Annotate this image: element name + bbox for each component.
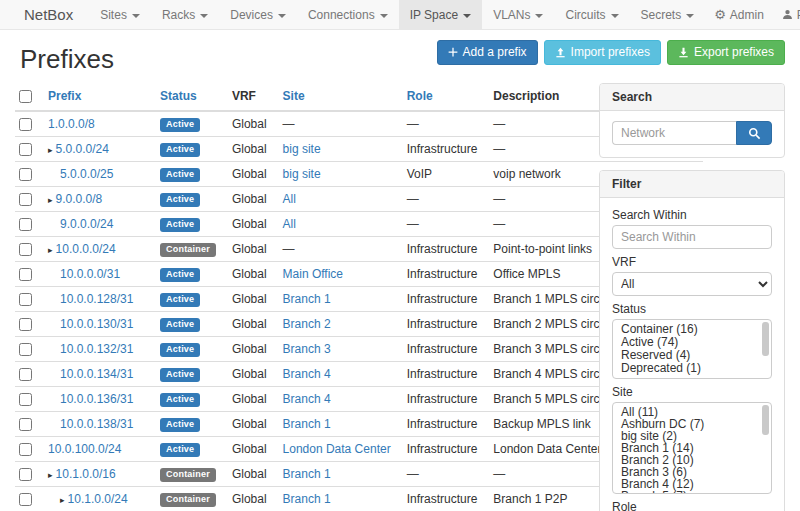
prefix-link[interactable]: 5.0.0.0/25 [60, 167, 113, 181]
prefix-link[interactable]: 10.0.0.136/31 [60, 392, 133, 406]
row-checkbox[interactable] [19, 368, 32, 381]
prefix-link[interactable]: 10.0.100.0/24 [48, 442, 121, 456]
status-badge: Active [160, 318, 200, 332]
vrf-select[interactable]: All [612, 272, 772, 296]
prefix-link[interactable]: 10.0.0.0/31 [60, 267, 120, 281]
site-value: — [283, 242, 295, 256]
column-header-site[interactable]: Site [275, 83, 399, 111]
add-prefix-button[interactable]: Add a prefix [437, 40, 538, 65]
site-link[interactable]: Branch 4 [283, 367, 331, 381]
row-checkbox[interactable] [19, 393, 32, 406]
brand-logo[interactable]: NetBox [24, 0, 73, 29]
filter-panel: Filter Search Within VRF All Status Cont… [599, 170, 785, 511]
site-link[interactable]: All [283, 192, 296, 206]
status-badge: Active [160, 418, 200, 432]
scrollbar-thumb[interactable] [762, 405, 769, 435]
site-link[interactable]: Branch 4 [283, 392, 331, 406]
nav-item-ip-space[interactable]: IP Space [399, 0, 482, 29]
nav-item-vlans[interactable]: VLANs [482, 0, 554, 29]
description-value: Branch 4 MPLS circuit [493, 367, 612, 381]
prefix-link[interactable]: 10.1.0.0/24 [68, 492, 128, 506]
column-header-prefix[interactable]: Prefix [40, 83, 152, 111]
admin-label: Admin [730, 8, 764, 22]
site-link[interactable]: Branch 3 [283, 342, 331, 356]
status-badge: Container [160, 243, 216, 257]
search-panel-title: Search [600, 84, 784, 111]
filter-option[interactable]: Deprecated (1) [613, 362, 771, 375]
caret-down-icon [686, 14, 694, 18]
search-within-input[interactable] [612, 225, 772, 249]
vrf-value: Global [232, 117, 267, 131]
site-link[interactable]: Branch 1 [283, 467, 331, 481]
site-link[interactable]: Main Office [283, 267, 343, 281]
prefix-link[interactable]: 9.0.0.0/24 [60, 217, 113, 231]
tree-indent [48, 302, 60, 303]
row-checkbox[interactable] [19, 193, 32, 206]
vrf-value: Global [232, 317, 267, 331]
row-checkbox[interactable] [19, 293, 32, 306]
status-filter-listbox[interactable]: Container (16)Active (74)Reserved (4)Dep… [612, 319, 772, 379]
search-button[interactable] [736, 121, 772, 145]
column-header-role[interactable]: Role [399, 83, 486, 111]
site-link[interactable]: Branch 1 [283, 492, 331, 506]
site-filter-listbox[interactable]: All (11)Ashburn DC (7)big site (2)Branch… [612, 402, 772, 494]
site-link[interactable]: All [283, 217, 296, 231]
prefix-link[interactable]: 10.0.0.130/31 [60, 317, 133, 331]
status-badge: Active [160, 393, 200, 407]
row-checkbox[interactable] [19, 493, 32, 506]
nav-item-connections[interactable]: Connections [297, 0, 399, 29]
scrollbar-thumb[interactable] [762, 322, 769, 356]
vrf-value: Global [232, 267, 267, 281]
row-checkbox[interactable] [19, 268, 32, 281]
row-checkbox[interactable] [19, 143, 32, 156]
nav-item-devices[interactable]: Devices [219, 0, 297, 29]
row-checkbox[interactable] [19, 118, 32, 131]
prefix-link[interactable]: 10.1.0.0/16 [56, 467, 116, 481]
row-checkbox[interactable] [19, 243, 32, 256]
user-icon [782, 9, 793, 20]
prefix-link[interactable]: 5.0.0.0/24 [56, 142, 109, 156]
nav-item-circuits[interactable]: Circuits [554, 0, 629, 29]
site-link[interactable]: London Data Center [283, 442, 391, 456]
status-badge: Active [160, 443, 200, 457]
column-header-status[interactable]: Status [152, 83, 224, 111]
row-checkbox[interactable] [19, 443, 32, 456]
nav-item-sites[interactable]: Sites [89, 0, 151, 29]
prefix-link[interactable]: 9.0.0.0/8 [56, 192, 103, 206]
site-link[interactable]: big site [283, 167, 321, 181]
caret-down-icon [278, 14, 286, 18]
description-value: Branch 3 MPLS circuit [493, 342, 612, 356]
caret-down-icon [535, 14, 543, 18]
site-link[interactable]: Branch 1 [283, 292, 331, 306]
site-link[interactable]: Branch 1 [283, 417, 331, 431]
nav-item-racks[interactable]: Racks [151, 0, 219, 29]
site-link[interactable]: big site [283, 142, 321, 156]
row-checkbox[interactable] [19, 168, 32, 181]
nav-item-profile[interactable]: Profile [773, 0, 800, 29]
import-prefixes-button[interactable]: Import prefixes [544, 40, 661, 65]
vrf-value: Global [232, 192, 267, 206]
row-checkbox[interactable] [19, 318, 32, 331]
vrf-value: Global [232, 367, 267, 381]
status-badge: Active [160, 218, 200, 232]
prefix-link[interactable]: 10.0.0.132/31 [60, 342, 133, 356]
prefix-link[interactable]: 10.0.0.138/31 [60, 417, 133, 431]
nav-right: ⚙ Admin Profile Log out [705, 0, 800, 29]
row-checkbox[interactable] [19, 343, 32, 356]
vrf-value: Global [232, 442, 267, 456]
prefix-link[interactable]: 10.0.0.128/31 [60, 292, 133, 306]
prefix-link[interactable]: 10.0.0.134/31 [60, 367, 133, 381]
prefix-link[interactable]: 10.0.0.0/24 [56, 242, 116, 256]
prefix-link[interactable]: 1.0.0.0/8 [48, 117, 95, 131]
row-checkbox[interactable] [19, 218, 32, 231]
nav-item-admin[interactable]: ⚙ Admin [705, 0, 773, 29]
nav-item-secrets[interactable]: Secrets [630, 0, 706, 29]
select-all-checkbox[interactable] [19, 90, 32, 103]
row-checkbox[interactable] [19, 418, 32, 431]
tree-indent [48, 177, 60, 178]
search-input[interactable] [612, 121, 736, 145]
row-checkbox[interactable] [19, 468, 32, 481]
export-prefixes-button[interactable]: Export prefixes [667, 40, 785, 65]
site-link[interactable]: Branch 2 [283, 317, 331, 331]
role-value: Infrastructure [407, 267, 478, 281]
